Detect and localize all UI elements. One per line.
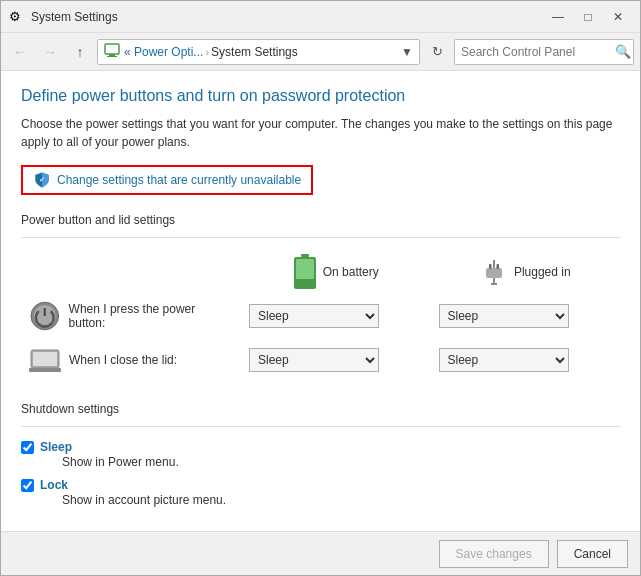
refresh-button[interactable]: ↻ [424,39,450,65]
shutdown-section-title: Shutdown settings [21,402,620,416]
lock-checkbox[interactable] [21,479,34,492]
svg-rect-2 [107,56,117,57]
change-settings-link[interactable]: ✓ Change settings that are currently una… [21,165,313,195]
on-battery-label: On battery [323,265,379,279]
window-controls: — □ ✕ [544,7,632,27]
svg-rect-8 [486,268,502,278]
sleep-checkbox-content: Sleep Show in Power menu. [40,439,179,469]
table-row: When I press the power button: Sleep Do … [21,294,620,338]
forward-button[interactable]: → [37,39,63,65]
settings-table: On battery [21,250,620,382]
svg-rect-1 [109,54,115,56]
sleep-checkbox[interactable] [21,441,34,454]
page-description: Choose the power settings that you want … [21,115,620,151]
address-dropdown-icon[interactable]: ▼ [401,45,413,59]
navbar: ← → ↑ « Power Opti... › System Settings … [1,33,640,71]
svg-rect-4 [301,254,309,257]
svg-text:✓: ✓ [39,175,45,184]
section-divider [21,237,620,238]
power-button-row-label: When I press the power button: [29,300,233,332]
titlebar: ⚙ System Settings — □ ✕ [1,1,640,33]
svg-rect-0 [105,44,119,54]
cancel-button[interactable]: Cancel [557,540,628,568]
minimize-button[interactable]: — [544,7,572,27]
lock-checkbox-sub: Show in account picture menu. [62,493,226,507]
breadcrumb-part1[interactable]: « Power Opti... [124,45,203,59]
plugged-column-header: Plugged in [439,258,613,286]
svg-rect-10 [496,264,499,269]
lid-icon [29,344,61,376]
app-icon: ⚙ [9,9,25,25]
plug-icon [480,258,508,286]
address-bar: « Power Opti... › System Settings ▼ [97,39,420,65]
change-settings-label: Change settings that are currently unava… [57,173,301,187]
content-area: Define power buttons and turn on passwor… [1,71,640,531]
table-row: When I close the lid: Sleep Do nothing H… [21,338,620,382]
lid-plugged-select[interactable]: Sleep Do nothing Hibernate Shut down Tur… [439,348,569,372]
lock-checkbox-content: Lock Show in account picture menu. [40,477,226,507]
shutdown-divider [21,426,620,427]
battery-icon [293,254,317,290]
breadcrumb: « Power Opti... › System Settings [124,45,298,59]
battery-column-header: On battery [249,254,423,290]
power-plugged-select[interactable]: Sleep Do nothing Hibernate Shut down Tur… [439,304,569,328]
sleep-checkbox-sub: Show in Power menu. [62,455,179,469]
power-section-title: Power button and lid settings [21,213,620,227]
svg-rect-6 [296,259,314,279]
close-button[interactable]: ✕ [604,7,632,27]
sleep-checkbox-label[interactable]: Sleep [40,440,72,454]
svg-rect-17 [29,368,61,372]
footer: Save changes Cancel [1,531,640,575]
svg-rect-9 [489,264,492,269]
save-button[interactable]: Save changes [439,540,549,568]
page-title: Define power buttons and turn on passwor… [21,87,620,105]
address-icon [104,42,120,61]
shield-icon: ✓ [33,171,51,189]
lid-row-label: When I close the lid: [29,344,177,376]
search-input[interactable] [461,45,611,59]
power-battery-select[interactable]: Sleep Do nothing Hibernate Shut down Tur… [249,304,379,328]
power-button-label: When I press the power button: [69,302,233,330]
breadcrumb-sep: › [205,46,209,58]
power-button-icon [29,300,61,332]
window: ⚙ System Settings — □ ✕ ← → ↑ « Power Op… [0,0,641,576]
maximize-button[interactable]: □ [574,7,602,27]
lid-battery-select[interactable]: Sleep Do nothing Hibernate Shut down Tur… [249,348,379,372]
up-button[interactable]: ↑ [67,39,93,65]
sleep-checkbox-row: Sleep Show in Power menu. [21,439,620,469]
search-icon[interactable]: 🔍 [615,44,631,59]
svg-rect-16 [33,352,57,366]
window-title: System Settings [31,10,544,24]
breadcrumb-part2: System Settings [211,45,298,59]
back-button[interactable]: ← [7,39,33,65]
lid-label: When I close the lid: [69,353,177,367]
plugged-in-label: Plugged in [514,265,571,279]
search-box: 🔍 [454,39,634,65]
lock-checkbox-row: Lock Show in account picture menu. [21,477,620,507]
lock-checkbox-label[interactable]: Lock [40,478,68,492]
shutdown-section: Shutdown settings Sleep Show in Power me… [21,402,620,507]
